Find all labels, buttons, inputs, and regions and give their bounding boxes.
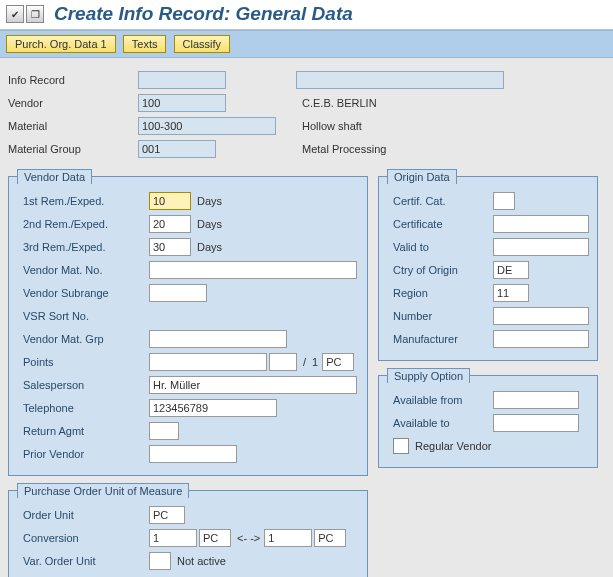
conversion-right-field[interactable]: [264, 529, 312, 547]
title-bar: ✔ ❐ Create Info Record: General Data: [0, 0, 613, 30]
number-label: Number: [387, 310, 493, 322]
telephone-field[interactable]: [149, 399, 277, 417]
conversion-right-unit-field[interactable]: [314, 529, 346, 547]
region-field[interactable]: [493, 284, 529, 302]
texts-button[interactable]: Texts: [123, 35, 167, 53]
info-record-desc-field[interactable]: [296, 71, 504, 89]
supply-option-group: Supply Option Available from Available t…: [378, 375, 598, 468]
regular-vendor-label: Regular Vendor: [415, 440, 491, 452]
purch-org-data-button[interactable]: Purch. Org. Data 1: [6, 35, 116, 53]
material-group-label: Material Group: [8, 143, 138, 155]
points-unit1-field[interactable]: [269, 353, 297, 371]
vendor-data-group: Vendor Data 1st Rem./Exped. Days 2nd Rem…: [8, 176, 368, 476]
supply-option-legend: Supply Option: [387, 368, 470, 383]
rem1-label: 1st Rem./Exped.: [17, 195, 149, 207]
check-icon[interactable]: ✔: [6, 5, 24, 23]
telephone-label: Telephone: [17, 402, 149, 414]
order-unit-field[interactable]: [149, 506, 185, 524]
po-unit-legend: Purchase Order Unit of Measure: [17, 483, 189, 498]
info-record-label: Info Record: [8, 74, 138, 86]
available-from-field[interactable]: [493, 391, 579, 409]
points-unit-field[interactable]: [322, 353, 354, 371]
conversion-left-field[interactable]: [149, 529, 197, 547]
valid-to-field[interactable]: [493, 238, 589, 256]
available-to-label: Available to: [387, 417, 493, 429]
certif-cat-field[interactable]: [493, 192, 515, 210]
regular-vendor-checkbox[interactable]: [393, 438, 409, 454]
points-per: 1: [312, 356, 318, 368]
manufacturer-field[interactable]: [493, 330, 589, 348]
region-label: Region: [387, 287, 493, 299]
available-to-field[interactable]: [493, 414, 579, 432]
object-icon[interactable]: ❐: [26, 5, 44, 23]
rem3-label: 3rd Rem./Exped.: [17, 241, 149, 253]
vendor-data-legend: Vendor Data: [17, 169, 92, 184]
ctry-origin-label: Ctry of Origin: [387, 264, 493, 276]
prior-vendor-field[interactable]: [149, 445, 237, 463]
material-field[interactable]: [138, 117, 276, 135]
material-group-field[interactable]: [138, 140, 216, 158]
vendor-mat-grp-field[interactable]: [149, 330, 287, 348]
vendor-label: Vendor: [8, 97, 138, 109]
origin-data-legend: Origin Data: [387, 169, 457, 184]
rem3-unit: Days: [197, 241, 222, 253]
manufacturer-label: Manufacturer: [387, 333, 493, 345]
toolbar: Purch. Org. Data 1 Texts Classify: [0, 30, 613, 58]
var-order-unit-desc: Not active: [177, 555, 226, 567]
rem3-field[interactable]: [149, 238, 191, 256]
rem1-field[interactable]: [149, 192, 191, 210]
header-block: Info Record Vendor Material Material Gro…: [8, 70, 605, 162]
material-group-desc: Metal Processing: [302, 143, 386, 155]
certif-cat-label: Certif. Cat.: [387, 195, 493, 207]
certificate-field[interactable]: [493, 215, 589, 233]
prior-vendor-label: Prior Vendor: [17, 448, 149, 460]
rem2-field[interactable]: [149, 215, 191, 233]
conversion-left-unit-field[interactable]: [199, 529, 231, 547]
vendor-field[interactable]: [138, 94, 226, 112]
ctry-origin-field[interactable]: [493, 261, 529, 279]
rem2-label: 2nd Rem./Exped.: [17, 218, 149, 230]
salesperson-label: Salesperson: [17, 379, 149, 391]
points-sep: /: [303, 356, 306, 368]
rem2-unit: Days: [197, 218, 222, 230]
points-label: Points: [17, 356, 149, 368]
available-from-label: Available from: [387, 394, 493, 406]
classify-button[interactable]: Classify: [174, 35, 231, 53]
points-field[interactable]: [149, 353, 267, 371]
number-field[interactable]: [493, 307, 589, 325]
origin-data-group: Origin Data Certif. Cat. Certificate Val…: [378, 176, 598, 361]
vendor-subrange-label: Vendor Subrange: [17, 287, 149, 299]
valid-to-label: Valid to: [387, 241, 493, 253]
return-agmt-label: Return Agmt: [17, 425, 149, 437]
material-label: Material: [8, 120, 138, 132]
vendor-mat-no-field[interactable]: [149, 261, 357, 279]
var-order-unit-field[interactable]: [149, 552, 171, 570]
vendor-mat-grp-label: Vendor Mat. Grp: [17, 333, 149, 345]
conversion-arrow: <- ->: [237, 532, 260, 544]
page-title: Create Info Record: General Data: [54, 3, 353, 25]
order-unit-label: Order Unit: [17, 509, 149, 521]
conversion-label: Conversion: [17, 532, 149, 544]
certificate-label: Certificate: [387, 218, 493, 230]
return-agmt-field[interactable]: [149, 422, 179, 440]
var-order-unit-label: Var. Order Unit: [17, 555, 149, 567]
material-desc: Hollow shaft: [302, 120, 362, 132]
vendor-desc: C.E.B. BERLIN: [302, 97, 377, 109]
vendor-subrange-field[interactable]: [149, 284, 207, 302]
po-unit-group: Purchase Order Unit of Measure Order Uni…: [8, 490, 368, 577]
salesperson-field[interactable]: [149, 376, 357, 394]
vendor-mat-no-label: Vendor Mat. No.: [17, 264, 149, 276]
rem1-unit: Days: [197, 195, 222, 207]
info-record-field[interactable]: [138, 71, 226, 89]
vsr-sort-label: VSR Sort No.: [17, 310, 149, 322]
